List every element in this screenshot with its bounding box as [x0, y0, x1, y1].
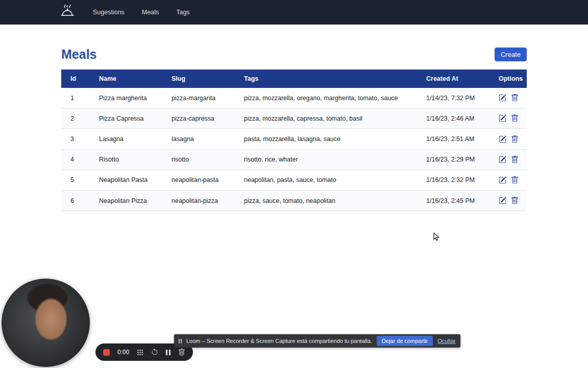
delete-button[interactable]: [511, 135, 519, 143]
webcam-overlay[interactable]: [2, 279, 90, 367]
top-navbar: Sugestions Meals Tags: [0, 0, 588, 25]
share-message: Loom – Screen Recorder & Screen Capture …: [186, 338, 372, 344]
table-row: 1 Pizza margherita pizza-margarita pizza…: [61, 88, 527, 108]
cell-slug: pizza-capressa: [162, 108, 235, 129]
table-row: 5 Neapolitan Pasta neapolitan-pasta neap…: [61, 170, 527, 190]
delete-button[interactable]: [511, 114, 519, 122]
cell-slug: lasagna: [162, 129, 235, 149]
pause-recording-icon[interactable]: [166, 350, 170, 355]
cell-name: Risotto: [90, 149, 162, 170]
main-content: Meals Create Id Name Slug Tags Created A…: [0, 25, 588, 211]
edit-pencil-icon: [499, 197, 506, 204]
meals-table: Id Name Slug Tags Created At Options 1 P…: [61, 70, 527, 211]
cell-created-at: 1/16/23, 2:32 PM: [417, 170, 489, 190]
cell-name: Pizza Capressa: [90, 108, 162, 129]
edit-button[interactable]: [499, 114, 506, 122]
cell-options: [489, 129, 527, 149]
cell-options: [489, 108, 527, 129]
edit-pencil-icon: [499, 156, 506, 164]
cell-name: Neapolitan Pizza: [90, 191, 162, 211]
stop-recording-button[interactable]: [103, 349, 110, 356]
trash-icon: [511, 156, 519, 164]
cell-name: Neapolitan Pasta: [90, 170, 162, 190]
stop-sharing-button[interactable]: Dejar de compartir: [377, 336, 433, 346]
delete-button[interactable]: [511, 156, 519, 164]
cell-slug: neapolitan-pasta: [162, 170, 235, 190]
cell-tags: pizza, mozzarella, oregano, margherita, …: [235, 88, 417, 108]
table-row: 3 Lasagna lasagna pasta, mozzarella, las…: [61, 129, 527, 149]
cell-created-at: 1/16/23, 2:51 AM: [417, 129, 489, 149]
cell-tags: neapolitan, pasta, sauce, tomato: [235, 170, 417, 190]
cell-tags: pizza, sauce, tomato, neapolitan: [235, 191, 417, 211]
recording-time: 0:00: [117, 349, 129, 356]
cell-slug: neapolitan-pizza: [162, 191, 235, 211]
edit-button[interactable]: [499, 197, 506, 204]
trash-icon: [511, 197, 519, 204]
cell-created-at: 1/16/23, 2:29 PM: [417, 149, 489, 170]
cell-tags: pizza, mozzarella, capressa, tomato, bas…: [235, 108, 417, 129]
trash-icon: [511, 135, 519, 143]
header-slug: Slug: [162, 70, 235, 88]
header-tags: Tags: [235, 70, 417, 88]
cell-name: Pizza margherita: [90, 88, 162, 108]
edit-button[interactable]: [499, 135, 506, 143]
share-pause-icon: [179, 339, 182, 343]
header-created-at: Created At: [417, 70, 489, 88]
nav-item-sugestions[interactable]: Sugestions: [93, 9, 125, 16]
cell-options: [489, 149, 527, 170]
cell-id: 5: [61, 170, 90, 190]
cell-created-at: 1/16/23, 2:46 AM: [417, 108, 489, 129]
header-name: Name: [90, 70, 162, 88]
cell-name: Lasagna: [90, 129, 162, 149]
table-row: 2 Pizza Capressa pizza-capressa pizza, m…: [61, 108, 527, 129]
table-header: Id Name Slug Tags Created At Options: [61, 70, 527, 88]
cell-slug: pizza-margarita: [162, 88, 235, 108]
meals-table-body: 1 Pizza margherita pizza-margarita pizza…: [61, 88, 527, 211]
cell-id: 1: [61, 88, 90, 108]
cell-options: [489, 88, 527, 108]
cell-id: 6: [61, 191, 90, 211]
cell-options: [489, 170, 527, 190]
create-button[interactable]: Create: [495, 48, 527, 61]
header-id: Id: [61, 70, 90, 88]
edit-button[interactable]: [499, 156, 506, 164]
table-row: 4 Risotto risotto risotto, rice, whater …: [61, 149, 527, 170]
edit-pencil-icon: [499, 176, 506, 184]
discard-recording-icon[interactable]: [178, 349, 185, 356]
cell-created-at: 1/14/23, 7:32 PM: [417, 88, 489, 108]
cell-id: 4: [61, 149, 90, 170]
cell-options: [489, 191, 527, 211]
restart-recording-icon[interactable]: [151, 349, 158, 356]
edit-button[interactable]: [499, 176, 506, 184]
screen-share-bar: Loom – Screen Recorder & Screen Capture …: [174, 334, 460, 348]
grid-dots-icon[interactable]: [137, 349, 143, 356]
nav-links: Sugestions Meals Tags: [93, 9, 190, 16]
trash-icon: [511, 94, 519, 102]
cell-id: 2: [61, 108, 90, 129]
edit-pencil-icon: [499, 135, 506, 143]
delete-button[interactable]: [511, 197, 519, 204]
cell-tags: pasta, mozzarella, lasagna, sauce: [235, 129, 417, 149]
trash-icon: [511, 114, 519, 122]
edit-pencil-icon: [499, 114, 506, 122]
table-row: 6 Neapolitan Pizza neapolitan-pizza pizz…: [61, 191, 527, 211]
hide-share-bar-link[interactable]: Ocultar: [437, 338, 455, 344]
cell-tags: risotto, rice, whater: [235, 149, 417, 170]
nav-item-tags[interactable]: Tags: [176, 9, 189, 16]
nav-item-meals[interactable]: Meals: [142, 9, 159, 16]
edit-button[interactable]: [499, 94, 506, 102]
page-title: Meals: [61, 47, 96, 62]
brand-logo[interactable]: [60, 5, 75, 20]
edit-pencil-icon: [499, 94, 506, 102]
trash-icon: [511, 176, 519, 184]
cell-created-at: 1/16/23, 2:45 PM: [417, 191, 489, 211]
cloche-icon: [60, 5, 75, 20]
page-header: Meals Create: [61, 47, 527, 62]
cell-slug: risotto: [162, 149, 235, 170]
delete-button[interactable]: [511, 94, 519, 102]
mouse-cursor: [433, 233, 440, 242]
delete-button[interactable]: [511, 176, 519, 184]
header-options: Options: [489, 70, 527, 88]
cell-id: 3: [61, 129, 90, 149]
